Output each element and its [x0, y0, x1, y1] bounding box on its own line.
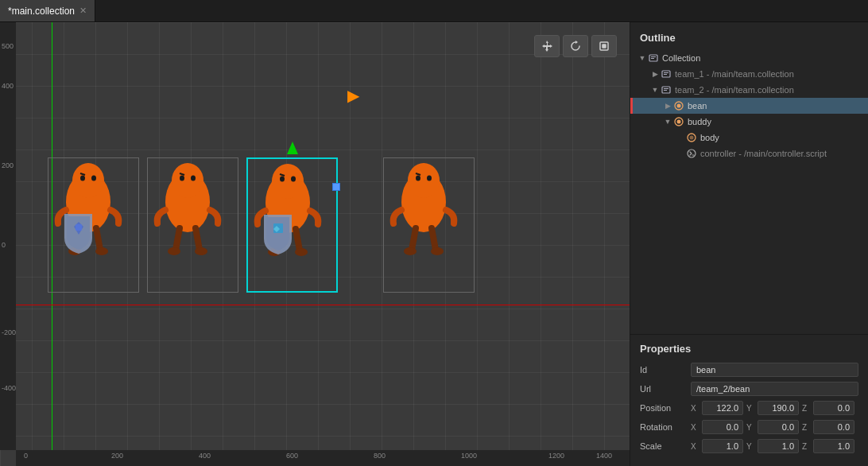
prop-row-id: Id: [640, 363, 858, 377]
sprite-card-3[interactable]: [246, 157, 338, 293]
prop-row-position: Position X Y Z: [640, 401, 858, 415]
pos-x-axis: X: [691, 404, 699, 413]
tree-item-team1[interactable]: ▶ team_1 - /main/team.collection: [630, 66, 868, 82]
svg-rect-46: [664, 74, 667, 75]
pos-z-input[interactable]: [813, 401, 854, 415]
gameobject-icon-body: [686, 132, 697, 143]
tree-item-controller[interactable]: ▶ controller - /main/controller.script: [630, 146, 868, 161]
svg-point-3: [72, 163, 104, 198]
tick-v-0: 0: [2, 241, 6, 249]
rot-x-input[interactable]: [702, 420, 743, 434]
collection-icon-team1: [661, 68, 672, 80]
tick-v-200: 200: [2, 161, 14, 169]
tick-200: 200: [111, 452, 123, 460]
scale-x-input[interactable]: [702, 439, 743, 453]
svg-point-35: [427, 176, 432, 181]
collection-icon-team2: [661, 84, 672, 95]
sprite-card-4[interactable]: [383, 157, 475, 293]
transform-handle[interactable]: [332, 183, 340, 191]
tick-800: 800: [374, 452, 386, 460]
id-input[interactable]: [691, 363, 858, 377]
svg-point-5: [91, 176, 96, 181]
svg-rect-49: [664, 90, 667, 91]
tick-0: 0: [24, 452, 28, 460]
move-tool-button[interactable]: [534, 35, 560, 57]
svg-point-55: [690, 136, 694, 140]
canvas-area[interactable]: ▶ 0 200: [0, 22, 630, 466]
right-panel: Outline ▼ Collection ▶ team_1 - /main/te…: [630, 22, 868, 466]
svg-point-24: [280, 177, 285, 182]
scale-z-input[interactable]: [813, 439, 854, 453]
svg-point-10: [95, 247, 108, 255]
tick-1200: 1200: [548, 452, 564, 460]
svg-line-18: [176, 228, 180, 250]
svg-point-33: [408, 163, 440, 198]
tree-label-buddy: buddy: [688, 117, 711, 126]
svg-point-30: [295, 248, 308, 256]
tab-close-button[interactable]: ✕: [79, 6, 87, 15]
rotate-tool-button[interactable]: [563, 35, 588, 57]
ruler-horizontal: 0 200 400 600 800 1000 1200 1400: [16, 450, 630, 466]
svg-rect-48: [664, 88, 668, 89]
script-icon-controller: [686, 148, 697, 159]
tree-label-bean: bean: [688, 101, 707, 111]
main-tab[interactable]: *main.collection ✕: [0, 0, 95, 21]
url-input[interactable]: [691, 382, 858, 396]
canvas-toolbar: [534, 35, 617, 57]
tab-bar: *main.collection ✕: [0, 0, 868, 22]
rot-z-input[interactable]: [813, 420, 854, 434]
pos-y-input[interactable]: [758, 401, 799, 415]
scale-z-axis: Z: [802, 442, 810, 451]
tick-400: 400: [199, 452, 211, 460]
position-label: Position: [640, 403, 688, 413]
svg-point-16: [191, 176, 196, 181]
svg-rect-45: [664, 72, 668, 73]
svg-point-25: [291, 177, 296, 182]
sprite-card-1[interactable]: [48, 157, 139, 293]
gameobject-icon-bean: [673, 100, 684, 111]
tree-label-body: body: [700, 133, 719, 142]
svg-line-8: [96, 228, 100, 250]
rot-y-input[interactable]: [758, 420, 799, 434]
prop-row-scale: Scale X Y Z: [640, 439, 858, 453]
pos-y-axis: Y: [746, 404, 754, 413]
tick-1400: 1400: [596, 452, 612, 460]
tick-v-500: 500: [2, 42, 14, 50]
tree-item-buddy[interactable]: ▼ buddy: [630, 114, 868, 130]
collection-icon: [648, 52, 659, 64]
svg-point-34: [416, 176, 420, 181]
svg-point-40: [431, 247, 444, 255]
tree-item-team2[interactable]: ▼ team_2 - /main/team.collection: [630, 82, 868, 98]
tree-item-body[interactable]: ▶ body: [630, 130, 868, 146]
tree-arrow-buddy: ▼: [662, 118, 673, 126]
svg-line-28: [296, 229, 300, 250]
scale-tool-button[interactable]: [591, 35, 617, 57]
svg-rect-1: [603, 45, 606, 48]
pos-x-input[interactable]: [702, 401, 743, 415]
svg-point-51: [677, 104, 681, 108]
horizontal-axis-line: [0, 305, 630, 305]
tick-v-400: 400: [2, 82, 14, 90]
ruler-vertical: 500 400 200 0 -200 -400: [0, 22, 16, 450]
tree-label-controller: controller - /main/controller.script: [700, 149, 827, 158]
tab-title: *main.collection: [8, 6, 75, 17]
tree-label-team1: team_1 - /main/team.collection: [675, 69, 794, 79]
scale-x-axis: X: [691, 442, 699, 451]
tree-arrow-team2: ▼: [649, 86, 661, 94]
tick-600: 600: [286, 452, 298, 460]
svg-point-20: [168, 247, 180, 255]
outline-title: Outline: [630, 29, 868, 50]
rotation-label: Rotation: [640, 422, 688, 432]
sprites-container: ▶: [48, 157, 475, 293]
selected-accent-bean: [630, 98, 633, 114]
sprite-card-2[interactable]: [147, 157, 238, 293]
svg-point-53: [677, 120, 681, 124]
scale-label: Scale: [640, 441, 688, 451]
pos-z-axis: Z: [802, 404, 810, 413]
svg-point-4: [80, 176, 85, 181]
tree-item-bean[interactable]: ▶ bean: [630, 98, 868, 114]
scale-y-input[interactable]: [758, 439, 799, 453]
tick-1000: 1000: [461, 452, 477, 460]
tree-item-collection[interactable]: ▼ Collection: [630, 50, 868, 66]
scale-y-axis: Y: [746, 442, 754, 451]
